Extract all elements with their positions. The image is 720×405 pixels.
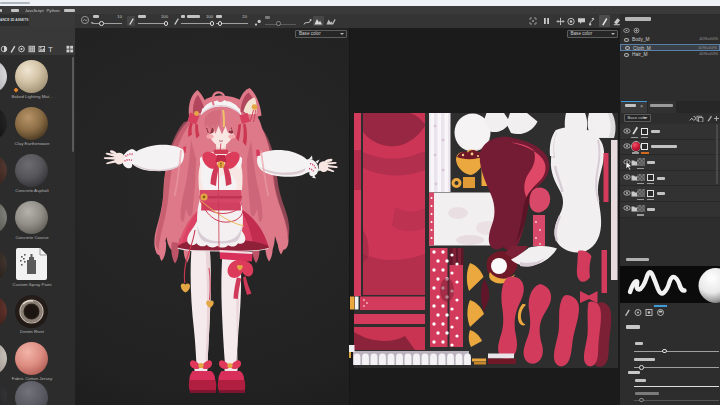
svg-text:T: T	[48, 45, 53, 54]
